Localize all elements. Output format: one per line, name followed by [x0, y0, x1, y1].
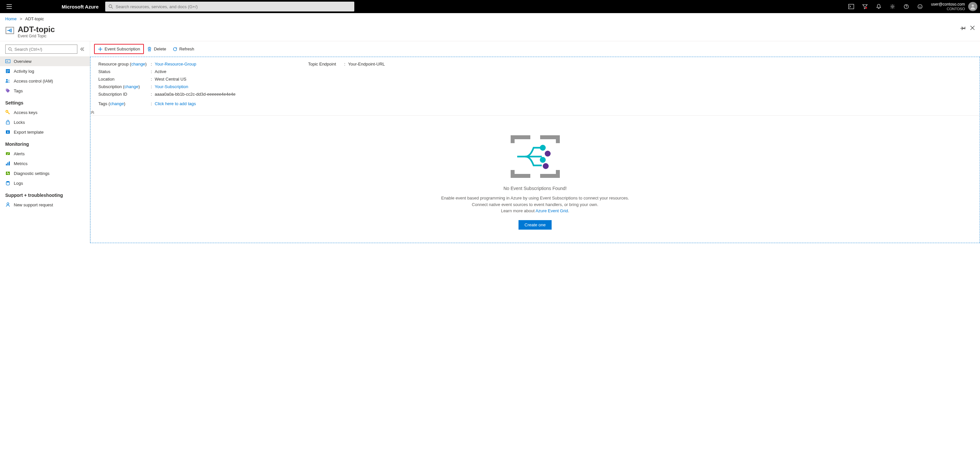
sidebar-item-label: Export template: [14, 130, 44, 135]
sidebar-item-label: Overview: [14, 59, 32, 64]
create-one-button[interactable]: Create one: [519, 220, 551, 230]
essentials-value-subid: aaaa0a0a-bb1b-cc2c-dd3d-eeeeee4e4e4e: [155, 92, 308, 97]
essentials-value-status: Active: [155, 69, 308, 74]
page-title: ADT-topic: [18, 25, 55, 34]
change-sub-link[interactable]: change: [124, 84, 138, 89]
add-tags-link[interactable]: Click here to add tags: [155, 101, 196, 106]
essentials-label-endpoint: Topic Endpoint: [308, 62, 344, 67]
support-icon: [5, 202, 11, 207]
delete-button[interactable]: Delete: [144, 44, 169, 53]
essentials-label-subid: Subscription ID: [98, 92, 151, 97]
svg-point-13: [11, 30, 12, 31]
empty-state-description: Enable event based programming in Azure …: [441, 195, 629, 214]
change-tags-link[interactable]: change: [110, 101, 124, 106]
person-icon: [969, 3, 976, 10]
directories-button[interactable]: [858, 0, 872, 13]
global-search-input[interactable]: [116, 4, 351, 9]
sidebar-item-label: Locks: [14, 120, 25, 125]
feedback-icon: [917, 4, 923, 9]
svg-point-23: [8, 79, 10, 81]
chevron-double-up-icon: [91, 111, 94, 114]
sidebar-item-tags[interactable]: Tags: [0, 86, 90, 96]
svg-point-6: [906, 8, 907, 8]
sidebar-item-export-template[interactable]: Export template: [0, 127, 90, 137]
user-block[interactable]: user@contoso.com CONTOSO: [931, 2, 965, 11]
sidebar-item-access-control[interactable]: Access control (IAM): [0, 76, 90, 86]
essentials-label-status: Status: [98, 69, 151, 74]
avatar[interactable]: [968, 2, 977, 11]
notifications-button[interactable]: [872, 0, 886, 13]
user-email: user@contoso.com: [931, 2, 965, 7]
settings-button[interactable]: [886, 0, 899, 13]
main-content: Event Subscription Delete Refresh Resour…: [90, 41, 980, 243]
iam-icon: [5, 78, 11, 84]
export-icon: [5, 129, 11, 135]
sidebar-item-metrics[interactable]: Metrics: [0, 159, 90, 168]
sidebar-item-label: Alerts: [14, 151, 25, 156]
event-subscription-button[interactable]: Event Subscription: [94, 44, 144, 54]
cloud-shell-button[interactable]: [844, 0, 858, 13]
top-icon-row: user@contoso.com CONTOSO: [844, 0, 977, 13]
sidebar-item-logs[interactable]: Logs: [0, 178, 90, 188]
azure-event-grid-link[interactable]: Azure Event Grid: [536, 208, 568, 213]
sidebar-item-label: Logs: [14, 181, 23, 186]
brand-label: Microsoft Azure: [62, 4, 99, 10]
sidebar-group-settings: Settings: [0, 96, 90, 108]
close-button[interactable]: [970, 25, 975, 30]
sidebar-item-locks[interactable]: Locks: [0, 117, 90, 127]
top-bar: Microsoft Azure user@contoso.com CONTOSO: [0, 0, 980, 13]
svg-line-1: [111, 7, 113, 8]
pin-icon: [960, 25, 966, 30]
sidebar-item-new-support-request[interactable]: New support request: [0, 200, 90, 210]
breadcrumb-sep: >: [20, 16, 22, 21]
essentials-value-endpoint: Your-Endpoint-URL: [348, 62, 385, 67]
global-search-wrap: [105, 2, 354, 11]
svg-rect-29: [6, 164, 7, 165]
breadcrumb-current: ADT-topic: [25, 16, 44, 21]
sidebar-item-label: Access control (IAM): [14, 79, 53, 84]
subscription-link[interactable]: Your-Subscription: [155, 84, 188, 89]
pin-button[interactable]: [960, 25, 966, 30]
global-search[interactable]: [105, 2, 354, 11]
sidebar: Overview Activity log Access control (IA…: [0, 41, 90, 243]
breadcrumb-home[interactable]: Home: [5, 16, 17, 21]
overview-icon: [5, 59, 11, 64]
sidebar-item-diagnostic-settings[interactable]: Diagnostic settings: [0, 168, 90, 178]
sidebar-group-support: Support + troubleshooting: [0, 188, 90, 200]
search-icon: [108, 4, 113, 9]
metrics-icon: [5, 161, 11, 166]
svg-point-12: [11, 29, 12, 30]
svg-line-16: [11, 50, 13, 51]
sidebar-search[interactable]: [5, 44, 77, 54]
user-tenant: CONTOSO: [947, 7, 965, 11]
resource-group-link[interactable]: Your-Resource-Group: [155, 62, 196, 67]
sidebar-item-activity-log[interactable]: Activity log: [0, 66, 90, 76]
collapse-sidebar-button[interactable]: [80, 47, 84, 51]
sidebar-search-input[interactable]: [14, 47, 75, 52]
svg-rect-26: [6, 122, 10, 124]
essentials-value-location: West Central US: [155, 77, 308, 82]
feedback-button[interactable]: [913, 0, 927, 13]
alerts-icon: [5, 151, 11, 156]
toolbar-label: Event Subscription: [105, 46, 140, 51]
sidebar-item-access-keys[interactable]: Access keys: [0, 108, 90, 117]
svg-point-7: [918, 5, 922, 9]
hamburger-menu[interactable]: [3, 4, 16, 9]
lock-icon: [5, 119, 11, 125]
change-rg-link[interactable]: change: [131, 62, 145, 67]
diagnostic-icon: [5, 171, 11, 176]
sidebar-item-overview[interactable]: Overview: [0, 56, 90, 66]
tags-icon: [5, 88, 11, 94]
help-button[interactable]: [899, 0, 913, 13]
svg-rect-2: [849, 4, 854, 9]
toolbar-label: Delete: [154, 46, 166, 51]
sidebar-item-label: Diagnostic settings: [14, 171, 49, 176]
refresh-button[interactable]: Refresh: [169, 44, 198, 53]
page-subtitle: Event Grid Topic: [18, 34, 55, 38]
sidebar-item-label: Access keys: [14, 110, 37, 115]
sidebar-item-alerts[interactable]: Alerts: [0, 149, 90, 159]
cloud-shell-icon: [848, 4, 854, 9]
collapse-essentials-button[interactable]: [91, 110, 980, 116]
event-grid-topic-icon: [5, 26, 14, 35]
bell-icon: [876, 4, 881, 9]
